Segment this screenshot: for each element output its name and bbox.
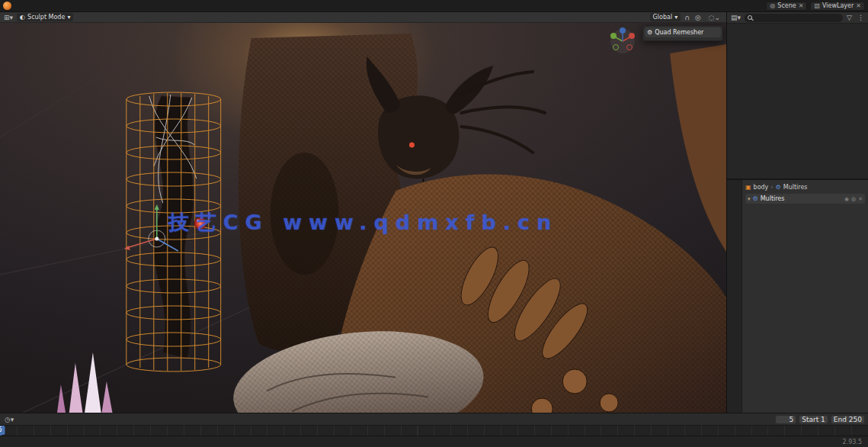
breadcrumb-separator-icon: › (770, 184, 773, 191)
current-frame-field[interactable]: 5 (775, 415, 796, 424)
view-layer-name: ViewLayer (822, 2, 854, 9)
editor-type-icon[interactable]: ▤▾ (729, 14, 742, 21)
filter-icon[interactable]: ▽ (845, 14, 854, 21)
chevron-down-icon: ▾ (674, 14, 677, 21)
search-icon (748, 15, 752, 20)
timeline-header: ◷▾ 5 Start 1 End 250 (0, 413, 868, 425)
playhead[interactable]: 5 (0, 426, 2, 436)
editor-type-icon[interactable]: ⊞▾ (2, 14, 14, 21)
blender-logo-icon (3, 2, 11, 10)
scene-selector[interactable]: ◍ Scene ✕ (766, 2, 807, 11)
options-icon[interactable]: ⋮ (856, 14, 866, 21)
snap-magnet-icon[interactable]: ∩ (683, 14, 691, 21)
properties-editor: ▣ body › ⚙ Multires ▾ ⚙ Multires ◉ ◍ ✕ (727, 180, 868, 413)
gear-icon: ⚙ (647, 29, 652, 36)
close-icon[interactable]: ✕ (858, 196, 863, 202)
outliner-header: ▤▾ ▽ ⋮ (727, 12, 868, 24)
modifier-name[interactable]: Multires (761, 195, 785, 202)
viewport-header-right: Global ▾ ∩ ◎ ◌⌄ (650, 13, 724, 21)
viewport-canvas[interactable]: 技艺CG www.qdmxfb.cn (0, 23, 726, 413)
right-column: ▤▾ ▽ ⋮ ▣ body › ⚙ Multi (727, 12, 868, 413)
unlink-icon[interactable]: ✕ (856, 2, 861, 9)
properties-content: ▣ body › ⚙ Multires ▾ ⚙ Multires ◉ ◍ ✕ (742, 180, 868, 413)
frame-end-field[interactable]: End 250 (831, 415, 865, 424)
timeline-editor: ◷▾ 5 Start 1 End 250 5 (0, 413, 868, 436)
mode-selector[interactable]: ◐ Sculpt Mode ▾ (17, 13, 73, 21)
navigation-gizmo[interactable] (609, 27, 636, 56)
watermark-text: 技艺CG www.qdmxfb.cn (168, 209, 559, 236)
orientation-label: Global (653, 14, 673, 21)
outliner-editor: ▤▾ ▽ ⋮ (727, 12, 868, 180)
blender-window: ◍ Scene ✕ ▧ ViewLayer ✕ ⊞▾ ◐ Sculpt Mode… (0, 0, 868, 447)
modifier-header[interactable]: ▾ ⚙ Multires ◉ ◍ ✕ (745, 194, 865, 204)
object-icon: ▣ (745, 184, 751, 191)
scene-icon: ◍ (770, 2, 775, 9)
scene-name: Scene (777, 2, 796, 9)
playhead-frame-label: 5 (0, 426, 5, 435)
modifier-icon: ⚙ (776, 184, 781, 191)
expand-icon[interactable]: ▾ (748, 196, 751, 202)
topbar: ◍ Scene ✕ ▧ ViewLayer ✕ (0, 0, 868, 12)
proportional-edit-icon[interactable]: ◎ (693, 14, 703, 21)
breadcrumb: ▣ body › ⚙ Multires (745, 182, 865, 192)
display-render-icon[interactable]: ◉ (844, 196, 849, 202)
version-label: 2.93.5 (843, 439, 862, 445)
editor-type-icon[interactable]: ◷▾ (3, 416, 15, 423)
frame-start-field[interactable]: Start 1 (799, 415, 828, 424)
outliner-tree (727, 24, 868, 178)
unlink-icon[interactable]: ✕ (799, 2, 804, 9)
timeline-ruler[interactable]: 5 (0, 425, 868, 436)
main-area: ⊞▾ ◐ Sculpt Mode ▾ Global ▾ ∩ ◎ ◌⌄ (0, 12, 868, 413)
orientation-selector[interactable]: Global ▾ (650, 13, 681, 21)
view-layer-icon: ▧ (814, 2, 820, 9)
outliner-search-input[interactable] (745, 14, 843, 22)
panel-title: Quad Remesher (655, 29, 703, 36)
chevron-down-icon: ▾ (67, 14, 70, 21)
pink-spikes[interactable] (55, 352, 116, 413)
display-viewport-icon[interactable]: ◍ (851, 196, 856, 202)
quad-remesher-panel: ⚙ Quad Remesher (642, 25, 723, 41)
wrench-icon: ⚙ (753, 195, 758, 202)
frame-fields: 5 Start 1 End 250 (775, 415, 865, 424)
status-bar: 2.93.5 (0, 436, 868, 447)
mode-icon: ◐ (20, 14, 25, 21)
viewport-header: ⊞▾ ◐ Sculpt Mode ▾ Global ▾ ∩ ◎ ◌⌄ (0, 12, 726, 23)
breadcrumb-sub[interactable]: Multires (783, 184, 808, 191)
topbar-right: ◍ Scene ✕ ▧ ViewLayer ✕ (766, 2, 865, 11)
breadcrumb-object[interactable]: body (754, 184, 769, 191)
viewport-3d: ⊞▾ ◐ Sculpt Mode ▾ Global ▾ ∩ ◎ ◌⌄ (0, 12, 727, 413)
properties-tab-strip (727, 180, 742, 413)
mode-label: Sculpt Mode (27, 14, 65, 21)
creature-eye (409, 143, 415, 148)
overlays-icon[interactable]: ◌⌄ (707, 14, 722, 21)
panel-header[interactable]: ⚙ Quad Remesher (645, 27, 721, 37)
view-layer-selector[interactable]: ▧ ViewLayer ✕ (810, 2, 865, 11)
